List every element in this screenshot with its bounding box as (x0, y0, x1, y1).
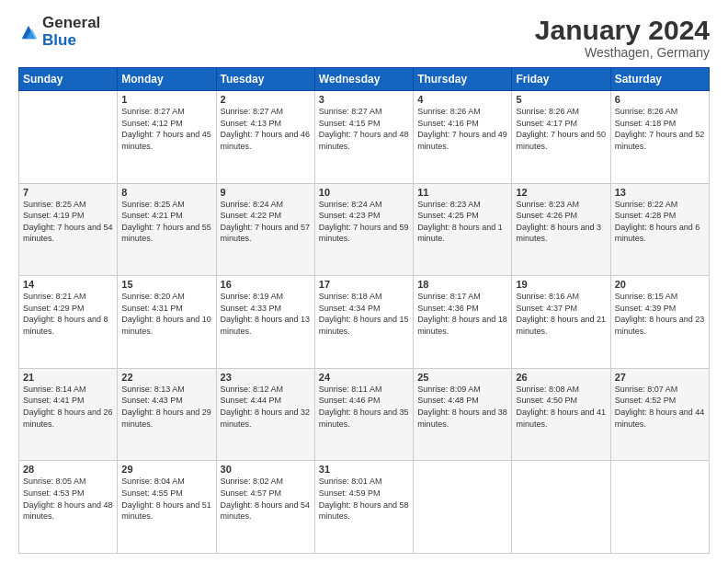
cell-day-number: 11 (417, 187, 507, 198)
col-wednesday: Wednesday (314, 68, 413, 91)
cell-day-number: 26 (516, 372, 606, 383)
cell-day-number: 23 (221, 372, 311, 383)
cell-day-number: 28 (23, 464, 113, 475)
col-sunday: Sunday (19, 68, 118, 91)
calendar-cell (610, 461, 709, 554)
calendar-cell: 20Sunrise: 8:15 AMSunset: 4:39 PMDayligh… (610, 276, 709, 369)
cell-day-number: 20 (615, 279, 705, 290)
calendar-cell: 27Sunrise: 8:07 AMSunset: 4:52 PMDayligh… (610, 368, 709, 461)
cell-info: Sunrise: 8:15 AMSunset: 4:39 PMDaylight:… (615, 291, 705, 337)
calendar-cell: 22Sunrise: 8:13 AMSunset: 4:43 PMDayligh… (118, 368, 216, 461)
cell-info: Sunrise: 8:11 AMSunset: 4:46 PMDaylight:… (319, 384, 409, 430)
cell-info: Sunrise: 8:20 AMSunset: 4:31 PMDaylight:… (121, 291, 211, 337)
cell-info: Sunrise: 8:18 AMSunset: 4:34 PMDaylight:… (319, 291, 409, 337)
cell-info: Sunrise: 8:16 AMSunset: 4:37 PMDaylight:… (516, 291, 606, 337)
calendar-cell: 4Sunrise: 8:26 AMSunset: 4:16 PMDaylight… (414, 91, 512, 184)
calendar-cell: 18Sunrise: 8:17 AMSunset: 4:36 PMDayligh… (414, 276, 512, 369)
title-location: Westhagen, Germany (535, 45, 710, 60)
cell-day-number: 22 (121, 372, 211, 383)
logo-icon (18, 22, 39, 42)
calendar-cell: 29Sunrise: 8:04 AMSunset: 4:55 PMDayligh… (118, 461, 216, 554)
col-monday: Monday (118, 68, 216, 91)
cell-info: Sunrise: 8:09 AMSunset: 4:48 PMDaylight:… (417, 384, 507, 430)
cell-day-number: 3 (319, 94, 409, 105)
calendar-cell: 6Sunrise: 8:26 AMSunset: 4:18 PMDaylight… (610, 91, 709, 184)
cell-info: Sunrise: 8:19 AMSunset: 4:33 PMDaylight:… (221, 291, 311, 337)
week-row-2: 7Sunrise: 8:25 AMSunset: 4:19 PMDaylight… (19, 183, 710, 276)
cell-day-number: 1 (121, 94, 211, 105)
calendar-cell: 5Sunrise: 8:26 AMSunset: 4:17 PMDaylight… (512, 91, 610, 184)
calendar-cell: 31Sunrise: 8:01 AMSunset: 4:59 PMDayligh… (314, 461, 413, 554)
cell-info: Sunrise: 8:27 AMSunset: 4:15 PMDaylight:… (319, 106, 409, 152)
cell-day-number: 17 (319, 279, 409, 290)
cell-day-number: 29 (121, 464, 211, 475)
calendar-cell: 13Sunrise: 8:22 AMSunset: 4:28 PMDayligh… (610, 183, 709, 276)
cell-day-number: 30 (221, 464, 311, 475)
calendar-cell: 21Sunrise: 8:14 AMSunset: 4:41 PMDayligh… (19, 368, 118, 461)
cell-day-number: 9 (221, 187, 311, 198)
calendar-cell: 11Sunrise: 8:23 AMSunset: 4:25 PMDayligh… (414, 183, 512, 276)
cell-day-number: 4 (417, 94, 507, 105)
cell-day-number: 19 (516, 279, 606, 290)
cell-info: Sunrise: 8:27 AMSunset: 4:13 PMDaylight:… (221, 106, 311, 152)
calendar-cell: 9Sunrise: 8:24 AMSunset: 4:22 PMDaylight… (216, 183, 314, 276)
cell-info: Sunrise: 8:01 AMSunset: 4:59 PMDaylight:… (319, 476, 409, 522)
calendar-cell: 16Sunrise: 8:19 AMSunset: 4:33 PMDayligh… (216, 276, 314, 369)
cell-info: Sunrise: 8:12 AMSunset: 4:44 PMDaylight:… (221, 384, 311, 430)
cell-info: Sunrise: 8:25 AMSunset: 4:21 PMDaylight:… (121, 199, 211, 245)
calendar-cell: 30Sunrise: 8:02 AMSunset: 4:57 PMDayligh… (216, 461, 314, 554)
calendar-cell (19, 91, 118, 184)
calendar-cell: 19Sunrise: 8:16 AMSunset: 4:37 PMDayligh… (512, 276, 610, 369)
title-month: January 2024 (535, 15, 710, 45)
cell-day-number: 25 (417, 372, 507, 383)
cell-info: Sunrise: 8:25 AMSunset: 4:19 PMDaylight:… (23, 199, 113, 245)
cell-info: Sunrise: 8:17 AMSunset: 4:36 PMDaylight:… (417, 291, 507, 337)
cell-day-number: 13 (615, 187, 705, 198)
cell-info: Sunrise: 8:05 AMSunset: 4:53 PMDaylight:… (23, 476, 113, 522)
cell-day-number: 6 (615, 94, 705, 105)
calendar-cell: 3Sunrise: 8:27 AMSunset: 4:15 PMDaylight… (314, 91, 413, 184)
cell-day-number: 2 (221, 94, 311, 105)
calendar-cell: 28Sunrise: 8:05 AMSunset: 4:53 PMDayligh… (19, 461, 118, 554)
calendar-table: Sunday Monday Tuesday Wednesday Thursday… (18, 67, 710, 554)
cell-day-number: 24 (319, 372, 409, 383)
cell-info: Sunrise: 8:22 AMSunset: 4:28 PMDaylight:… (615, 199, 705, 245)
logo-general: General (42, 15, 100, 32)
logo-text: General Blue (42, 15, 100, 49)
calendar-cell: 15Sunrise: 8:20 AMSunset: 4:31 PMDayligh… (118, 276, 216, 369)
cell-info: Sunrise: 8:08 AMSunset: 4:50 PMDaylight:… (516, 384, 606, 430)
calendar-cell: 23Sunrise: 8:12 AMSunset: 4:44 PMDayligh… (216, 368, 314, 461)
cell-day-number: 18 (417, 279, 507, 290)
cell-info: Sunrise: 8:02 AMSunset: 4:57 PMDaylight:… (221, 476, 311, 522)
logo-blue: Blue (42, 32, 100, 50)
cell-day-number: 16 (221, 279, 311, 290)
calendar-cell: 17Sunrise: 8:18 AMSunset: 4:34 PMDayligh… (314, 276, 413, 369)
header-row: Sunday Monday Tuesday Wednesday Thursday… (19, 68, 710, 91)
calendar-cell: 2Sunrise: 8:27 AMSunset: 4:13 PMDaylight… (216, 91, 314, 184)
calendar-cell: 14Sunrise: 8:21 AMSunset: 4:29 PMDayligh… (19, 276, 118, 369)
cell-info: Sunrise: 8:23 AMSunset: 4:25 PMDaylight:… (417, 199, 507, 245)
cell-info: Sunrise: 8:23 AMSunset: 4:26 PMDaylight:… (516, 199, 606, 245)
cell-info: Sunrise: 8:13 AMSunset: 4:43 PMDaylight:… (121, 384, 211, 430)
cell-info: Sunrise: 8:26 AMSunset: 4:16 PMDaylight:… (417, 106, 507, 152)
cell-day-number: 7 (23, 187, 113, 198)
week-row-4: 21Sunrise: 8:14 AMSunset: 4:41 PMDayligh… (19, 368, 710, 461)
cell-day-number: 14 (23, 279, 113, 290)
col-saturday: Saturday (610, 68, 709, 91)
col-tuesday: Tuesday (216, 68, 314, 91)
cell-info: Sunrise: 8:14 AMSunset: 4:41 PMDaylight:… (23, 384, 113, 430)
cell-day-number: 27 (615, 372, 705, 383)
cell-day-number: 15 (121, 279, 211, 290)
calendar-cell: 7Sunrise: 8:25 AMSunset: 4:19 PMDaylight… (19, 183, 118, 276)
calendar-page: General Blue January 2024 Westhagen, Ger… (0, 0, 728, 563)
logo: General Blue (18, 15, 100, 49)
cell-info: Sunrise: 8:24 AMSunset: 4:22 PMDaylight:… (221, 199, 311, 245)
calendar-cell: 24Sunrise: 8:11 AMSunset: 4:46 PMDayligh… (314, 368, 413, 461)
header: General Blue January 2024 Westhagen, Ger… (18, 15, 710, 60)
week-row-5: 28Sunrise: 8:05 AMSunset: 4:53 PMDayligh… (19, 461, 710, 554)
cell-day-number: 5 (516, 94, 606, 105)
calendar-cell (512, 461, 610, 554)
cell-info: Sunrise: 8:24 AMSunset: 4:23 PMDaylight:… (319, 199, 409, 245)
cell-info: Sunrise: 8:26 AMSunset: 4:18 PMDaylight:… (615, 106, 705, 152)
cell-day-number: 31 (319, 464, 409, 475)
